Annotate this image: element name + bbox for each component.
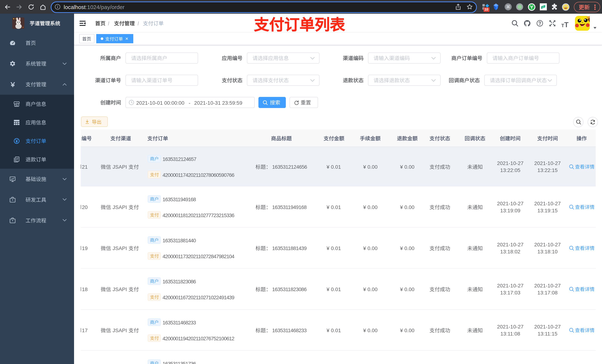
- svg-text:⌘: ⌘: [506, 5, 510, 9]
